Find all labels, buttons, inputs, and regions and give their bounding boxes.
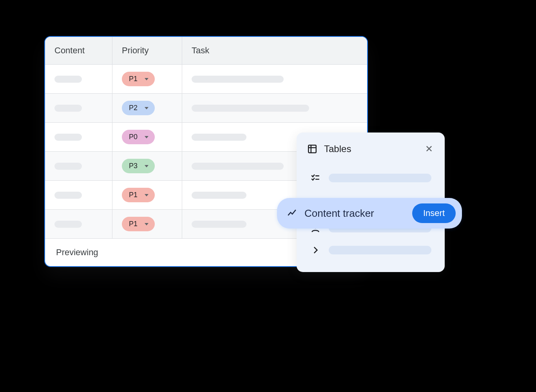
col-header-task: Task (182, 37, 367, 64)
cell-priority: P3 (112, 152, 182, 180)
cell-task (182, 94, 367, 122)
task-placeholder (192, 163, 284, 170)
task-placeholder (192, 192, 246, 199)
content-placeholder (54, 105, 82, 112)
cell-task (182, 65, 367, 93)
chevron-down-icon (145, 165, 148, 167)
priority-label: P1 (129, 191, 138, 199)
cell-priority: P0 (112, 123, 182, 151)
cell-priority: P1 (112, 210, 182, 238)
content-placeholder (54, 76, 82, 83)
insert-button[interactable]: Insert (412, 203, 456, 223)
table-icon (307, 143, 318, 154)
priority-label: P1 (129, 75, 138, 83)
cell-priority: P1 (112, 181, 182, 209)
priority-label: P1 (129, 220, 138, 228)
content-placeholder (54, 221, 82, 228)
trend-line-icon (286, 208, 297, 219)
svg-rect-0 (308, 145, 316, 153)
table-row: P2 (45, 94, 367, 123)
template-selection-label: Content tracker (304, 207, 405, 220)
content-placeholder (54, 192, 82, 199)
template-selection-content-tracker[interactable]: Content tracker Insert (277, 198, 462, 229)
task-placeholder (192, 134, 246, 141)
content-placeholder (54, 134, 82, 141)
cell-content (45, 123, 112, 151)
chevron-down-icon (145, 78, 148, 80)
chevron-right-icon (310, 245, 321, 256)
cell-content (45, 152, 112, 180)
task-placeholder (192, 105, 309, 112)
template-item-placeholder (329, 174, 431, 182)
cell-priority: P2 (112, 94, 182, 122)
task-placeholder (192, 76, 284, 83)
table-header-row: Content Priority Task (45, 37, 367, 65)
template-item[interactable] (307, 239, 435, 261)
tables-panel-header: Tables ✕ (307, 142, 435, 156)
chevron-down-icon (145, 107, 148, 109)
close-icon[interactable]: ✕ (424, 142, 435, 156)
cell-priority: P1 (112, 65, 182, 93)
content-placeholder (54, 163, 82, 170)
priority-chip[interactable]: P3 (122, 159, 155, 173)
priority-label: P2 (129, 104, 138, 112)
col-header-content: Content (45, 37, 112, 64)
priority-chip[interactable]: P1 (122, 217, 155, 231)
priority-label: P3 (129, 162, 138, 170)
tables-panel-title: Tables (324, 143, 417, 154)
template-item-placeholder (329, 246, 431, 254)
table-row: P1 (45, 65, 367, 94)
col-header-priority: Priority (112, 37, 182, 64)
priority-label: P0 (129, 133, 138, 141)
priority-chip[interactable]: P0 (122, 130, 155, 144)
priority-chip[interactable]: P1 (122, 188, 155, 202)
cell-content (45, 181, 112, 209)
chevron-down-icon (145, 194, 148, 196)
chevron-down-icon (145, 223, 148, 225)
cell-content (45, 65, 112, 93)
task-placeholder (192, 221, 246, 228)
cell-content (45, 210, 112, 238)
template-item[interactable] (307, 167, 435, 189)
priority-chip[interactable]: P1 (122, 72, 155, 86)
chevron-down-icon (145, 136, 148, 138)
priority-chip[interactable]: P2 (122, 101, 155, 115)
checklist-icon (310, 172, 321, 183)
cell-content (45, 94, 112, 122)
